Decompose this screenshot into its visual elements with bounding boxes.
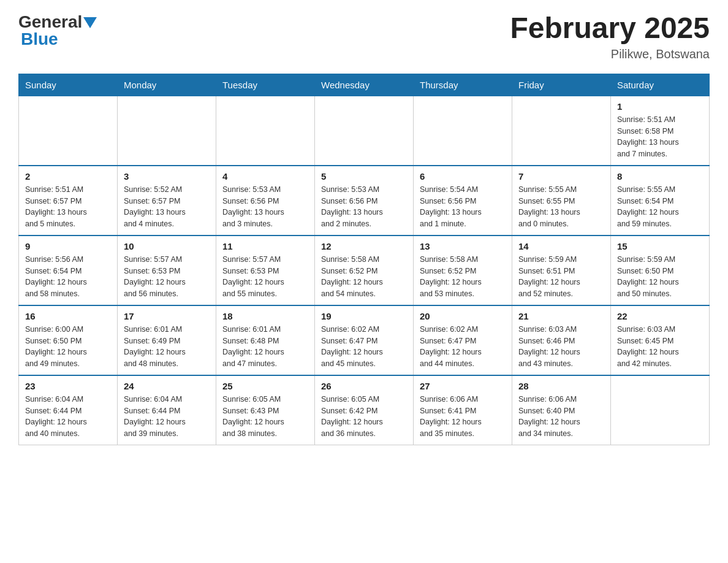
day-info: Sunrise: 6:01 AM Sunset: 6:48 PM Dayligh… <box>222 324 308 370</box>
day-number: 27 <box>420 381 506 391</box>
day-number: 20 <box>420 311 506 321</box>
location-subtitle: Pilikwe, Botswana <box>510 47 710 61</box>
calendar-cell: 24Sunrise: 6:04 AM Sunset: 6:44 PM Dayli… <box>118 375 216 445</box>
calendar-cell: 19Sunrise: 6:02 AM Sunset: 6:47 PM Dayli… <box>315 305 414 375</box>
calendar-cell: 15Sunrise: 5:59 AM Sunset: 6:50 PM Dayli… <box>611 236 710 305</box>
weekday-header-tuesday: Tuesday <box>216 74 315 96</box>
calendar-cell: 23Sunrise: 6:04 AM Sunset: 6:44 PM Dayli… <box>19 375 118 445</box>
calendar-cell: 2Sunrise: 5:51 AM Sunset: 6:57 PM Daylig… <box>19 166 118 236</box>
calendar-week-1: 1Sunrise: 5:51 AM Sunset: 6:58 PM Daylig… <box>19 96 710 166</box>
calendar-cell: 1Sunrise: 5:51 AM Sunset: 6:58 PM Daylig… <box>611 96 710 166</box>
day-number: 4 <box>222 171 308 182</box>
calendar-cell: 12Sunrise: 5:58 AM Sunset: 6:52 PM Dayli… <box>315 236 414 305</box>
month-year-title: February 2025 <box>510 12 710 45</box>
day-number: 7 <box>518 171 604 182</box>
calendar-cell <box>414 96 512 166</box>
calendar-cell <box>315 96 414 166</box>
day-number: 3 <box>124 171 210 182</box>
calendar-week-3: 9Sunrise: 5:56 AM Sunset: 6:54 PM Daylig… <box>19 236 710 305</box>
calendar-cell <box>118 96 216 166</box>
calendar-cell: 10Sunrise: 5:57 AM Sunset: 6:53 PM Dayli… <box>118 236 216 305</box>
calendar-cell: 9Sunrise: 5:56 AM Sunset: 6:54 PM Daylig… <box>19 236 118 305</box>
day-info: Sunrise: 6:01 AM Sunset: 6:49 PM Dayligh… <box>124 324 210 370</box>
day-info: Sunrise: 6:00 AM Sunset: 6:50 PM Dayligh… <box>25 324 111 370</box>
logo: General Blue <box>18 12 97 49</box>
calendar-cell: 7Sunrise: 5:55 AM Sunset: 6:55 PM Daylig… <box>512 166 611 236</box>
calendar-cell: 22Sunrise: 6:03 AM Sunset: 6:45 PM Dayli… <box>611 305 710 375</box>
weekday-header-friday: Friday <box>512 74 611 96</box>
weekday-header-row: SundayMondayTuesdayWednesdayThursdayFrid… <box>19 74 710 96</box>
day-number: 13 <box>420 241 506 251</box>
day-number: 24 <box>124 381 210 391</box>
day-number: 16 <box>25 311 111 321</box>
calendar-week-2: 2Sunrise: 5:51 AM Sunset: 6:57 PM Daylig… <box>19 166 710 236</box>
day-info: Sunrise: 5:59 AM Sunset: 6:51 PM Dayligh… <box>518 254 604 300</box>
calendar-cell: 16Sunrise: 6:00 AM Sunset: 6:50 PM Dayli… <box>19 305 118 375</box>
day-info: Sunrise: 5:56 AM Sunset: 6:54 PM Dayligh… <box>25 254 111 300</box>
calendar-cell: 25Sunrise: 6:05 AM Sunset: 6:43 PM Dayli… <box>216 375 315 445</box>
day-number: 22 <box>617 311 703 321</box>
day-info: Sunrise: 5:53 AM Sunset: 6:56 PM Dayligh… <box>321 184 407 230</box>
day-number: 8 <box>617 171 703 182</box>
day-info: Sunrise: 6:02 AM Sunset: 6:47 PM Dayligh… <box>321 324 407 370</box>
day-number: 21 <box>518 311 604 321</box>
calendar-table: SundayMondayTuesdayWednesdayThursdayFrid… <box>18 74 710 445</box>
calendar-cell: 8Sunrise: 5:55 AM Sunset: 6:54 PM Daylig… <box>611 166 710 236</box>
day-info: Sunrise: 6:02 AM Sunset: 6:47 PM Dayligh… <box>420 324 506 370</box>
day-number: 19 <box>321 311 407 321</box>
day-number: 14 <box>518 241 604 251</box>
day-info: Sunrise: 6:06 AM Sunset: 6:40 PM Dayligh… <box>518 394 604 440</box>
calendar-week-4: 16Sunrise: 6:00 AM Sunset: 6:50 PM Dayli… <box>19 305 710 375</box>
calendar-cell: 27Sunrise: 6:06 AM Sunset: 6:41 PM Dayli… <box>414 375 512 445</box>
calendar-cell: 20Sunrise: 6:02 AM Sunset: 6:47 PM Dayli… <box>414 305 512 375</box>
day-info: Sunrise: 5:57 AM Sunset: 6:53 PM Dayligh… <box>124 254 210 300</box>
day-info: Sunrise: 5:58 AM Sunset: 6:52 PM Dayligh… <box>420 254 506 300</box>
calendar-cell: 14Sunrise: 5:59 AM Sunset: 6:51 PM Dayli… <box>512 236 611 305</box>
day-info: Sunrise: 5:58 AM Sunset: 6:52 PM Dayligh… <box>321 254 407 300</box>
day-info: Sunrise: 6:05 AM Sunset: 6:43 PM Dayligh… <box>222 394 308 440</box>
calendar-cell: 13Sunrise: 5:58 AM Sunset: 6:52 PM Dayli… <box>414 236 512 305</box>
day-number: 12 <box>321 241 407 251</box>
page-header: General Blue February 2025 Pilikwe, Bots… <box>18 12 710 61</box>
weekday-header-sunday: Sunday <box>19 74 118 96</box>
calendar-cell: 17Sunrise: 6:01 AM Sunset: 6:49 PM Dayli… <box>118 305 216 375</box>
day-number: 23 <box>25 381 111 391</box>
day-number: 2 <box>25 171 111 182</box>
calendar-cell <box>512 96 611 166</box>
svg-marker-0 <box>83 17 97 28</box>
day-info: Sunrise: 6:03 AM Sunset: 6:45 PM Dayligh… <box>617 324 703 370</box>
calendar-cell: 4Sunrise: 5:53 AM Sunset: 6:56 PM Daylig… <box>216 166 315 236</box>
day-info: Sunrise: 6:04 AM Sunset: 6:44 PM Dayligh… <box>124 394 210 440</box>
calendar-cell: 18Sunrise: 6:01 AM Sunset: 6:48 PM Dayli… <box>216 305 315 375</box>
day-info: Sunrise: 5:55 AM Sunset: 6:55 PM Dayligh… <box>518 184 604 230</box>
weekday-header-saturday: Saturday <box>611 74 710 96</box>
day-number: 11 <box>222 241 308 251</box>
day-number: 26 <box>321 381 407 391</box>
day-number: 17 <box>124 311 210 321</box>
logo-triangle-icon <box>83 17 97 29</box>
calendar-cell: 21Sunrise: 6:03 AM Sunset: 6:46 PM Dayli… <box>512 305 611 375</box>
calendar-week-5: 23Sunrise: 6:04 AM Sunset: 6:44 PM Dayli… <box>19 375 710 445</box>
calendar-cell: 5Sunrise: 5:53 AM Sunset: 6:56 PM Daylig… <box>315 166 414 236</box>
calendar-cell <box>216 96 315 166</box>
day-info: Sunrise: 6:03 AM Sunset: 6:46 PM Dayligh… <box>518 324 604 370</box>
day-number: 15 <box>617 241 703 251</box>
day-info: Sunrise: 5:52 AM Sunset: 6:57 PM Dayligh… <box>124 184 210 230</box>
weekday-header-monday: Monday <box>118 74 216 96</box>
calendar-cell <box>19 96 118 166</box>
day-number: 1 <box>617 101 703 112</box>
day-number: 18 <box>222 311 308 321</box>
calendar-cell: 26Sunrise: 6:05 AM Sunset: 6:42 PM Dayli… <box>315 375 414 445</box>
day-info: Sunrise: 5:55 AM Sunset: 6:54 PM Dayligh… <box>617 184 703 230</box>
day-info: Sunrise: 6:04 AM Sunset: 6:44 PM Dayligh… <box>25 394 111 440</box>
calendar-cell: 6Sunrise: 5:54 AM Sunset: 6:56 PM Daylig… <box>414 166 512 236</box>
day-info: Sunrise: 6:06 AM Sunset: 6:41 PM Dayligh… <box>420 394 506 440</box>
day-info: Sunrise: 5:57 AM Sunset: 6:53 PM Dayligh… <box>222 254 308 300</box>
calendar-cell <box>611 375 710 445</box>
title-section: February 2025 Pilikwe, Botswana <box>510 12 710 61</box>
day-info: Sunrise: 5:54 AM Sunset: 6:56 PM Dayligh… <box>420 184 506 230</box>
day-number: 9 <box>25 241 111 251</box>
day-number: 10 <box>124 241 210 251</box>
calendar-cell: 28Sunrise: 6:06 AM Sunset: 6:40 PM Dayli… <box>512 375 611 445</box>
day-number: 25 <box>222 381 308 391</box>
